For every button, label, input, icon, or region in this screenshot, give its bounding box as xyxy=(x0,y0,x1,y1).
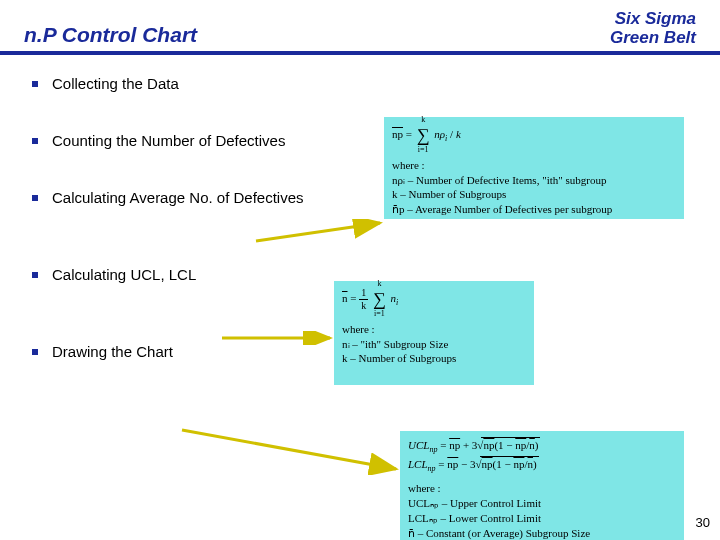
list-item: Calculating UCL, LCL xyxy=(30,266,340,283)
brand-line2: Green Belt xyxy=(610,28,696,47)
slide-title: n.P Control Chart xyxy=(24,23,197,47)
equation-main: np = ∑ki=1 nρi / k xyxy=(392,123,676,147)
equation-def: n̄p – Average Number of Defectives per s… xyxy=(392,202,676,217)
equation-where: where : xyxy=(392,158,676,173)
equation-def: n̄ – Constant (or Average) Subgroup Size xyxy=(408,526,676,540)
equation-def: k – Number of Subgroups xyxy=(342,351,526,366)
brand-label: Six Sigma Green Belt xyxy=(610,10,696,47)
equation-def: LCLₙₚ – Lower Control Limit xyxy=(408,511,676,526)
bullet-text: Counting the Number of Defectives xyxy=(52,132,285,149)
list-item: Calculating Average No. of Defectives xyxy=(30,189,340,206)
equation-lcl: LCLnp = np − 3√np(1 − np/n) xyxy=(408,456,676,475)
equation-def: nᵢ – "ith" Subgroup Size xyxy=(342,337,526,352)
equation-ucl: UCLnp = np + 3√np(1 − np/n) xyxy=(408,437,676,456)
list-item: Collecting the Data xyxy=(30,75,340,92)
equation-box-ucl-lcl: UCLnp = np + 3√np(1 − np/n) LCLnp = np −… xyxy=(400,431,684,540)
equation-box-avg-np: np = ∑ki=1 nρi / k where : nρᵢ – Number … xyxy=(384,117,684,219)
list-item: Counting the Number of Defectives xyxy=(30,132,340,149)
equation-main: n = 1k ∑ki=1 ni xyxy=(342,287,526,311)
bullet-text: Calculating Average No. of Defectives xyxy=(52,189,304,206)
equation-def: k – Number of Subgroups xyxy=(392,187,676,202)
slide-body: Collecting the Data Counting the Number … xyxy=(0,55,720,525)
svg-line-5 xyxy=(182,430,396,469)
brand-line1: Six Sigma xyxy=(615,9,696,28)
bullet-text: Drawing the Chart xyxy=(52,343,173,360)
equation-def: UCLₙₚ – Upper Control Limit xyxy=(408,496,676,511)
bullet-list: Collecting the Data Counting the Number … xyxy=(30,75,340,360)
equation-box-avg-n: n = 1k ∑ki=1 ni where : nᵢ – "ith" Subgr… xyxy=(334,281,534,385)
arrow-icon xyxy=(180,425,402,475)
page-number: 30 xyxy=(696,515,710,530)
equation-where: where : xyxy=(342,322,526,337)
bullet-text: Calculating UCL, LCL xyxy=(52,266,196,283)
slide-header: n.P Control Chart Six Sigma Green Belt xyxy=(0,0,720,55)
list-item: Drawing the Chart xyxy=(30,343,340,360)
equation-where: where : xyxy=(408,481,676,496)
bullet-text: Collecting the Data xyxy=(52,75,179,92)
equation-def: nρᵢ – Number of Defective Items, "ith" s… xyxy=(392,173,676,188)
